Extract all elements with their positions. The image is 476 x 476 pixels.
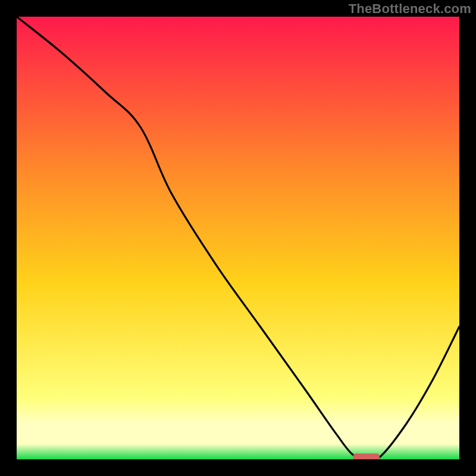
chart-frame: TheBottleneck.com bbox=[0, 0, 476, 476]
plot-area bbox=[17, 17, 459, 459]
optimal-range-marker bbox=[353, 453, 380, 459]
gradient-background bbox=[17, 17, 459, 459]
plot-svg bbox=[17, 17, 459, 459]
watermark-text: TheBottleneck.com bbox=[349, 1, 471, 17]
